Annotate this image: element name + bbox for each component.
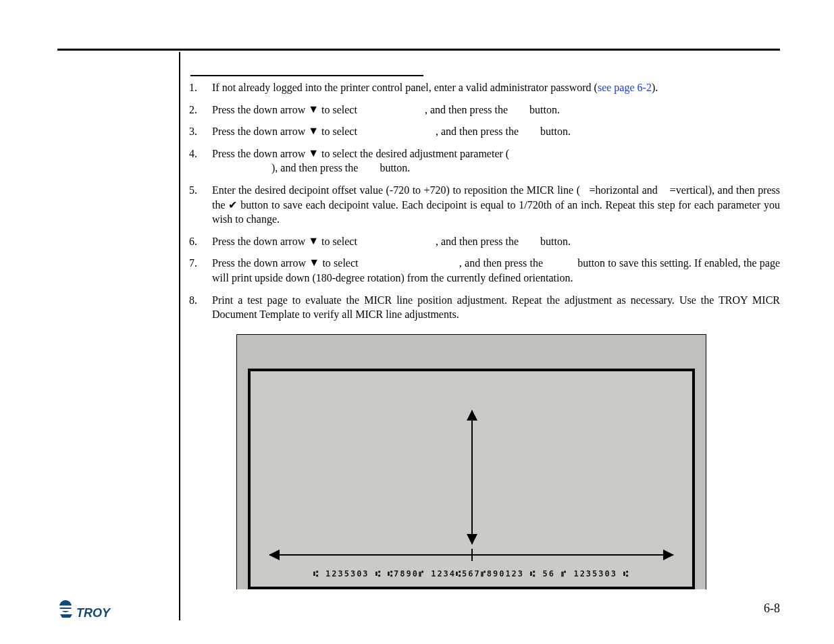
checkmark-icon: ✔ [228,199,237,211]
step-8: 8. Print a test page to evaluate the MIC… [189,293,780,322]
down-arrow-icon: ▼ [308,234,319,248]
step-text: to select the desired adjustment paramet… [319,148,509,159]
step-text: , and then press the [459,257,546,269]
arrow-center-tick [471,549,473,561]
step-text: ), and then press the [271,162,361,173]
list-number: 4. [189,146,205,161]
list-number: 1. [189,80,205,95]
step-text: Press the down arrow [212,257,309,269]
list-number: 3. [189,124,205,139]
step-text: to select [319,104,360,115]
step-text: Press the down arrow [212,104,308,115]
down-arrow-icon: ▼ [308,124,319,138]
svg-text:TROY: TROY [76,606,111,620]
section-title-underline [190,61,423,76]
troy-logo: TROY [57,597,125,624]
vertical-arrow-icon [471,410,473,544]
list-number: 5. [189,183,205,198]
step-4: 4. Press the down arrow ▼ to select the … [189,146,780,176]
step-text: to select [319,257,361,269]
check-outline: ⑆ 1235303 ⑆ ⑆7890⑈ 1234⑆567⑈890123 ⑆ 56 … [248,369,695,589]
step-text: ). [652,82,658,93]
step-3: 3. Press the down arrow ▼ to select , an… [189,124,780,139]
step-2: 2. Press the down arrow ▼ to select , an… [189,103,780,117]
step-text: button. [540,236,571,247]
step-text: , and then press the [436,126,521,137]
down-arrow-icon: ▼ [309,255,319,270]
step-5: 5. Enter the desired decipoint offset va… [189,183,780,227]
instruction-list: 1. If not already logged into the printe… [189,80,780,322]
micr-line-text: ⑆ 1235303 ⑆ ⑆7890⑈ 1234⑆567⑈890123 ⑆ 56 … [267,569,676,579]
down-arrow-icon: ▼ [308,102,319,117]
step-text: Press the down arrow [212,126,308,137]
step-text: to select [319,126,360,137]
main-content: 1. If not already logged into the printe… [189,61,780,589]
page-number: 6-8 [764,601,780,616]
down-arrow-icon: ▼ [308,146,319,161]
micr-adjustment-figure: ⑆ 1235303 ⑆ ⑆7890⑈ 1234⑆567⑈890123 ⑆ 56 … [236,334,706,589]
step-text: =horizontal and [589,184,660,196]
step-text: , and then press the [436,236,521,247]
step-text: Press the down arrow [212,236,308,247]
list-number: 6. [189,234,205,249]
step-text: If not already logged into the printer c… [212,82,598,93]
list-number: 8. [189,293,205,308]
sidebar-divider [179,52,180,620]
step-6: 6. Press the down arrow ▼ to select , an… [189,234,780,249]
step-text: button. [540,126,571,137]
list-number: 2. [189,103,205,117]
step-text: button. [380,162,410,173]
step-text: , and then press the [425,104,511,115]
step-text: button to save each decipoint value. Eac… [212,199,780,225]
page-reference-link[interactable]: see page 6-2 [598,82,652,93]
header-rule [57,49,780,51]
step-text: to select [319,236,360,247]
step-text: Press the down arrow [212,148,308,159]
svg-rect-1 [59,606,72,608]
step-7: 7. Press the down arrow ▼ to select , an… [189,256,780,285]
step-text: Print a test page to evaluate the MICR l… [212,293,780,322]
list-number: 7. [189,256,205,271]
page-footer: TROY 6-8 [57,597,780,624]
step-1: 1. If not already logged into the printe… [189,80,780,95]
step-text: button. [529,104,560,115]
svg-rect-2 [59,609,72,611]
step-text: Enter the desired decipoint offset value… [212,184,580,196]
